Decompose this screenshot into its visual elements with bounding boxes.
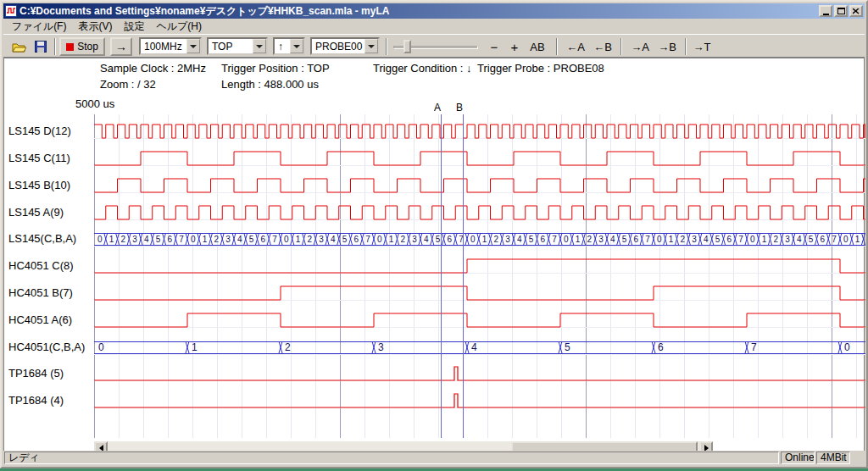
svg-text:7: 7 — [552, 235, 557, 244]
stop-button[interactable]: Stop — [59, 37, 105, 56]
stop-icon — [66, 43, 74, 51]
trigger-probe-dropdown-button[interactable] — [364, 39, 378, 53]
toolbar-separator — [685, 38, 687, 55]
svg-text:0: 0 — [843, 235, 849, 244]
maximize-button[interactable] — [834, 5, 848, 17]
save-file-button[interactable] — [31, 37, 51, 56]
svg-text:2: 2 — [681, 235, 686, 244]
sample-clock-value: 100MHz — [144, 41, 182, 53]
svg-text:7: 7 — [832, 235, 837, 244]
svg-text:1: 1 — [762, 235, 767, 244]
channel-label-tp1684-4: TP1684 (4) — [8, 394, 93, 407]
svg-text:4: 4 — [797, 235, 802, 244]
waveform-plot[interactable]: 0123456701234567012345670123456701234567… — [94, 113, 865, 441]
run-arrow-icon: → — [115, 40, 127, 53]
minimize-button[interactable] — [819, 5, 832, 17]
menu-help[interactable]: ヘルプ(H) — [150, 18, 208, 36]
trigger-condition-info: Trigger Condition : ↓ — [373, 62, 472, 75]
close-button[interactable] — [849, 5, 863, 17]
svg-text:0: 0 — [98, 341, 104, 353]
svg-text:2: 2 — [401, 235, 406, 244]
open-folder-icon — [12, 42, 26, 53]
zoom-slider — [393, 37, 478, 56]
svg-text:4: 4 — [144, 235, 149, 244]
status-ready-text: レディ — [4, 452, 779, 464]
goto-b-left-button[interactable]: ←B — [590, 37, 615, 56]
svg-text:1: 1 — [482, 235, 487, 244]
window-title: C:¥Documents and Settings¥noname¥デスクトップ¥… — [19, 4, 819, 19]
svg-text:2: 2 — [285, 341, 291, 353]
svg-text:2: 2 — [774, 235, 779, 244]
maximize-icon — [837, 8, 845, 14]
menu-view[interactable]: 表示(V) — [72, 18, 118, 36]
svg-text:2: 2 — [494, 235, 499, 244]
svg-text:0: 0 — [284, 235, 289, 244]
trigger-position-dropdown-button[interactable] — [253, 39, 266, 53]
run-button[interactable]: → — [110, 37, 132, 56]
toolbar-separator — [556, 38, 558, 55]
svg-text:4: 4 — [331, 235, 336, 244]
zoom-slider-thumb[interactable] — [403, 40, 411, 53]
svg-text:2: 2 — [308, 235, 313, 244]
time-division-label: 5000 us — [75, 97, 114, 110]
trigger-edge-select[interactable]: ↑ — [273, 37, 305, 55]
svg-text:2: 2 — [214, 235, 220, 244]
app-window: C:¥Documents and Settings¥noname¥デスクトップ¥… — [0, 0, 868, 468]
svg-text:7: 7 — [365, 235, 370, 244]
ab-cursor-button[interactable]: AB — [526, 37, 549, 56]
toolbar-separator — [386, 38, 387, 55]
toolbar-separator — [620, 38, 622, 55]
goto-b-right-button[interactable]: →B — [654, 37, 680, 56]
svg-text:6: 6 — [727, 235, 732, 244]
svg-text:0: 0 — [377, 235, 382, 244]
goto-trigger-button[interactable]: →T — [690, 37, 714, 56]
open-file-button[interactable] — [8, 37, 29, 56]
trigger-edge-dropdown-button[interactable] — [290, 39, 303, 53]
goto-a-left-button[interactable]: ←A — [563, 37, 588, 56]
menu-settings[interactable]: 設定 — [118, 18, 150, 36]
svg-text:5: 5 — [809, 235, 814, 244]
svg-text:6: 6 — [448, 235, 453, 244]
svg-text:5: 5 — [156, 235, 161, 244]
save-floppy-icon — [35, 41, 47, 53]
zoom-out-button[interactable]: − — [485, 37, 504, 56]
status-memory-badge: 4MBit — [816, 452, 850, 464]
zoom-info: Zoom : / 32 — [100, 78, 156, 91]
svg-text:5: 5 — [565, 341, 570, 353]
svg-text:7: 7 — [272, 235, 277, 244]
stop-button-label: Stop — [77, 41, 98, 53]
svg-text:3: 3 — [785, 235, 790, 244]
svg-text:1: 1 — [192, 341, 198, 353]
svg-text:3: 3 — [505, 235, 510, 244]
svg-text:0: 0 — [97, 235, 103, 244]
svg-text:3: 3 — [412, 235, 417, 244]
channel-label-hc4051-a: HC4051 A(6) — [8, 313, 93, 326]
svg-text:3: 3 — [319, 235, 324, 244]
svg-text:5: 5 — [342, 235, 348, 244]
channel-label-hc4051-bus: HC4051(C,B,A) — [8, 341, 93, 353]
svg-text:6: 6 — [658, 341, 664, 353]
trigger-probe-select[interactable]: PROBE00 — [310, 37, 380, 55]
svg-text:6: 6 — [821, 235, 826, 244]
trigger-probe-info: Trigger Probe : PROBE08 — [477, 62, 604, 75]
svg-text:3: 3 — [132, 235, 137, 244]
goto-a-right-button[interactable]: →A — [627, 37, 653, 56]
sample-clock-dropdown-button[interactable] — [186, 39, 200, 53]
menu-file[interactable]: ファイル(F) — [6, 18, 72, 36]
channel-label-ls145-b: LS145 B(10) — [8, 179, 93, 191]
sample-clock-info: Sample Clock : 2MHz — [100, 62, 206, 75]
waveform-client: Sample Clock : 2MHz Trigger Position : T… — [3, 58, 865, 451]
svg-text:3: 3 — [378, 341, 384, 353]
trigger-position-info: Trigger Position : TOP — [221, 62, 330, 75]
svg-text:6: 6 — [541, 235, 546, 244]
zoom-in-button[interactable]: + — [505, 37, 524, 56]
svg-text:0: 0 — [844, 341, 850, 353]
svg-text:4: 4 — [471, 341, 477, 353]
titlebar[interactable]: C:¥Documents and Settings¥noname¥デスクトップ¥… — [3, 3, 865, 19]
sample-clock-select[interactable]: 100MHz — [139, 37, 202, 55]
trigger-position-select[interactable]: TOP — [207, 37, 268, 55]
cursor-a-label: A — [432, 102, 442, 114]
svg-text:4: 4 — [237, 235, 242, 244]
svg-text:3: 3 — [692, 235, 697, 244]
svg-text:1: 1 — [109, 235, 114, 244]
